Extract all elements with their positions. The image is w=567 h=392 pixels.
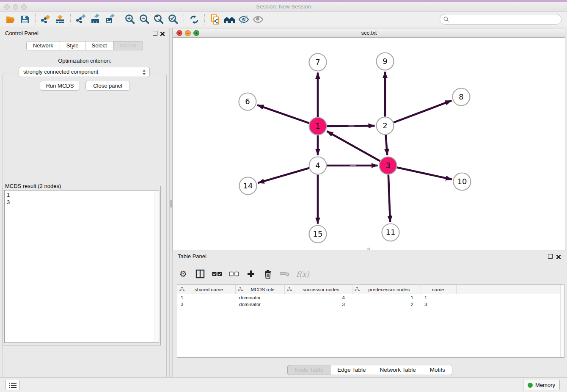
export-image-icon[interactable] <box>102 13 117 26</box>
column-header-name[interactable]: name <box>421 285 457 294</box>
cell-shared-name[interactable]: 1 <box>177 294 236 301</box>
first-neighbors-icon[interactable] <box>222 13 237 26</box>
cell-predecessor-nodes[interactable]: 1 <box>352 294 421 301</box>
network-resize-grip[interactable] <box>367 248 370 250</box>
search-input[interactable] <box>450 15 561 24</box>
close-table-panel-icon[interactable] <box>556 254 561 259</box>
splitter-grip[interactable] <box>170 200 172 207</box>
control-panel-title: Control Panel <box>5 30 39 36</box>
tab-mcds[interactable]: MCDS <box>113 41 143 50</box>
tab-motifs[interactable]: Motifs <box>423 365 452 375</box>
criterion-select[interactable]: strongly connected component <box>19 67 150 77</box>
graph-node-label-14: 14 <box>243 181 253 190</box>
task-history-button[interactable] <box>6 380 20 390</box>
graph-node-label-4: 4 <box>315 161 320 170</box>
table-panel: Table Panel ⚙ f(x) shared nameMCDS roles… <box>173 251 567 377</box>
result-scrollbar[interactable] <box>154 191 158 342</box>
tab-node-table[interactable]: Node Table <box>287 365 330 375</box>
zoom-out-icon[interactable] <box>138 13 152 26</box>
import-table-icon[interactable] <box>53 13 67 26</box>
cell-MCDS-role[interactable]: dominator <box>236 301 285 308</box>
edge-label <box>350 165 356 166</box>
add-column-icon[interactable] <box>245 268 256 280</box>
search-field[interactable] <box>440 14 561 25</box>
graph-node-label-2: 2 <box>383 121 387 130</box>
zoom-in-icon[interactable] <box>123 13 138 26</box>
column-header-predecessor-nodes[interactable]: predecessor nodes <box>352 285 421 294</box>
refresh-layout-icon[interactable] <box>187 13 201 26</box>
tab-network[interactable]: Network <box>26 41 60 50</box>
table-panel-title: Table Panel <box>178 253 206 259</box>
float-panel-icon[interactable] <box>153 31 157 36</box>
tab-style[interactable]: Style <box>60 41 85 50</box>
save-session-icon[interactable] <box>18 13 32 26</box>
function-builder-icon: f(x) <box>296 268 309 280</box>
cell-successor-nodes[interactable]: 3 <box>285 301 352 308</box>
close-panel-button[interactable]: Close panel <box>85 81 130 91</box>
mcds-result-title: MCDS result (2 nodes) <box>4 183 62 189</box>
memory-status-icon <box>528 383 533 388</box>
cell-name[interactable]: 1 <box>421 294 457 301</box>
select-stepper-icon <box>142 69 146 79</box>
table-scrollbar[interactable] <box>560 285 564 357</box>
edge-4-14[interactable] <box>258 168 309 183</box>
zoom-fit-icon[interactable] <box>152 13 166 26</box>
edge-3-10[interactable] <box>397 168 452 179</box>
graph-node-label-1: 1 <box>315 121 320 130</box>
settings-gear-icon[interactable]: ⚙ <box>178 268 189 280</box>
table-panel-header: Table Panel <box>173 251 567 262</box>
network-view-window: × − + scc.txt 7968124314101511 <box>173 28 565 251</box>
tab-edge-table[interactable]: Edge Table <box>330 365 373 375</box>
cell-name[interactable]: 3 <box>421 301 457 308</box>
graph-node-label-3: 3 <box>385 161 390 170</box>
node-table-body: 1dominator4113dominator323 <box>177 294 564 308</box>
open-session-icon[interactable] <box>3 13 18 26</box>
table-row[interactable]: 1dominator411 <box>177 294 564 301</box>
delete-table-icon <box>279 268 290 280</box>
edge-3-1[interactable] <box>327 131 380 161</box>
column-header-shared-name[interactable]: shared name <box>177 285 236 294</box>
show-all-icon[interactable] <box>251 13 265 26</box>
float-table-panel-icon[interactable] <box>548 254 553 259</box>
edge-1-6[interactable] <box>257 105 309 123</box>
column-header-MCDS-role[interactable]: MCDS role <box>236 285 285 294</box>
toolbar-separator <box>204 14 205 25</box>
graph-node-label-7: 7 <box>315 58 320 66</box>
node-table[interactable]: shared nameMCDS rolesuccessor nodesprede… <box>177 284 564 358</box>
network-window-titlebar: × − + scc.txt <box>173 28 565 38</box>
optimization-criterion-label: Optimization criterion: <box>0 58 169 64</box>
table-row[interactable]: 3dominator323 <box>177 301 564 308</box>
column-layout-icon[interactable] <box>195 268 206 280</box>
cell-successor-nodes[interactable]: 4 <box>285 294 352 301</box>
edge-2-3[interactable] <box>386 135 388 155</box>
export-table-icon[interactable] <box>88 13 102 26</box>
select-all-checkboxes-icon[interactable] <box>212 268 223 280</box>
memory-button[interactable]: Memory <box>523 380 560 390</box>
cell-MCDS-role[interactable]: dominator <box>236 294 285 301</box>
vertical-splitter[interactable] <box>169 28 173 377</box>
close-panel-icon[interactable] <box>160 30 165 36</box>
zoom-selected-icon[interactable] <box>166 13 181 26</box>
search-icon <box>443 16 450 23</box>
graph-node-label-6: 6 <box>245 97 250 106</box>
new-network-from-selection-icon[interactable] <box>208 13 222 26</box>
hide-selected-icon[interactable] <box>237 13 251 26</box>
cell-predecessor-nodes[interactable]: 2 <box>352 301 421 308</box>
export-network-icon[interactable] <box>74 13 88 26</box>
deselect-all-checkboxes-icon[interactable] <box>228 268 239 280</box>
tab-select[interactable]: Select <box>85 41 114 50</box>
edge-3-11[interactable] <box>388 174 390 222</box>
mcds-result-textarea[interactable]: 1 3 <box>4 190 159 343</box>
cell-shared-name[interactable]: 3 <box>177 301 236 308</box>
mcds-result-group: MCDS result (2 nodes) 1 3 <box>3 183 161 345</box>
graph-node-label-8: 8 <box>459 92 463 101</box>
import-network-icon[interactable] <box>39 13 53 26</box>
control-panel: Control Panel NetworkStyleSelectMCDS Opt… <box>0 28 169 377</box>
run-mcds-button[interactable]: Run MCDS <box>40 81 80 91</box>
tab-network-table[interactable]: Network Table <box>373 365 423 375</box>
column-header-successor-nodes[interactable]: successor nodes <box>285 285 352 294</box>
edge-2-8[interactable] <box>394 101 451 123</box>
delete-column-icon[interactable] <box>262 268 273 280</box>
edge-label <box>349 125 355 126</box>
network-graph-canvas[interactable]: 7968124314101511 <box>173 38 565 251</box>
